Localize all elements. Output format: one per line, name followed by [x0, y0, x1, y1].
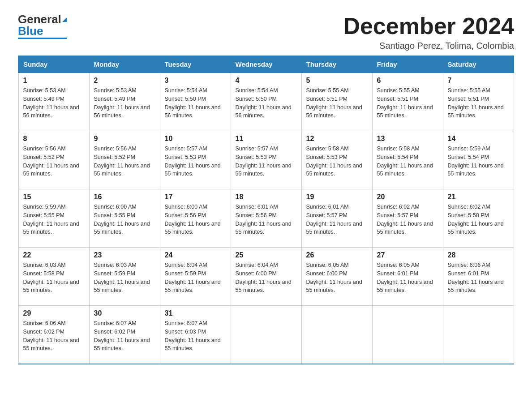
day-info: Sunrise: 5:59 AMSunset: 5:55 PMDaylight:…: [23, 203, 85, 236]
calendar-cell: 29 Sunrise: 6:06 AMSunset: 6:02 PMDaylig…: [18, 306, 89, 364]
day-number: 6: [377, 77, 438, 85]
calendar-cell: 11 Sunrise: 5:57 AMSunset: 5:53 PMDaylig…: [231, 131, 301, 189]
day-number: 2: [94, 77, 155, 85]
day-info: Sunrise: 6:02 AMSunset: 5:57 PMDaylight:…: [377, 203, 438, 236]
day-info: Sunrise: 5:54 AMSunset: 5:50 PMDaylight:…: [236, 86, 297, 120]
day-number: 28: [448, 251, 509, 259]
day-info: Sunrise: 6:06 AMSunset: 6:01 PMDaylight:…: [448, 261, 509, 295]
calendar-cell: 2 Sunrise: 5:53 AMSunset: 5:49 PMDayligh…: [89, 73, 160, 131]
day-info: Sunrise: 5:54 AMSunset: 5:50 PMDaylight:…: [165, 86, 226, 120]
calendar-cell: 9 Sunrise: 5:56 AMSunset: 5:52 PMDayligh…: [89, 131, 160, 189]
column-header-saturday: Saturday: [443, 56, 514, 73]
day-number: 14: [448, 135, 509, 143]
calendar-week-row: 1 Sunrise: 5:53 AMSunset: 5:49 PMDayligh…: [18, 73, 514, 131]
location-subtitle: Santiago Perez, Tolima, Colombia: [343, 41, 514, 51]
logo-underline: [18, 38, 67, 39]
day-info: Sunrise: 6:06 AMSunset: 6:02 PMDaylight:…: [23, 319, 85, 353]
day-info: Sunrise: 6:04 AMSunset: 6:00 PMDaylight:…: [236, 261, 297, 295]
day-info: Sunrise: 6:00 AMSunset: 5:56 PMDaylight:…: [165, 203, 226, 236]
page-header: General Blue December 2024 Santiago Pere…: [18, 13, 514, 51]
day-info: Sunrise: 6:05 AMSunset: 6:00 PMDaylight:…: [306, 261, 368, 295]
calendar-cell: 16 Sunrise: 6:00 AMSunset: 5:55 PMDaylig…: [89, 189, 160, 248]
day-number: 31: [165, 309, 226, 317]
column-header-tuesday: Tuesday: [160, 56, 231, 73]
day-info: Sunrise: 6:03 AMSunset: 5:59 PMDaylight:…: [94, 261, 155, 295]
day-number: 1: [23, 77, 85, 85]
day-number: 21: [448, 193, 509, 201]
day-number: 25: [236, 251, 297, 259]
calendar-cell: [301, 306, 372, 364]
column-header-monday: Monday: [89, 56, 160, 73]
day-number: 8: [23, 135, 85, 143]
day-number: 11: [236, 135, 297, 143]
calendar-table: SundayMondayTuesdayWednesdayThursdayFrid…: [18, 56, 514, 364]
day-number: 7: [448, 77, 509, 85]
day-info: Sunrise: 6:02 AMSunset: 5:58 PMDaylight:…: [448, 203, 509, 236]
day-number: 19: [306, 193, 368, 201]
calendar-header-row: SundayMondayTuesdayWednesdayThursdayFrid…: [18, 56, 514, 73]
title-section: December 2024 Santiago Perez, Tolima, Co…: [343, 13, 514, 51]
calendar-cell: 17 Sunrise: 6:00 AMSunset: 5:56 PMDaylig…: [160, 189, 231, 248]
calendar-cell: 12 Sunrise: 5:58 AMSunset: 5:53 PMDaylig…: [301, 131, 372, 189]
calendar-cell: 7 Sunrise: 5:55 AMSunset: 5:51 PMDayligh…: [443, 73, 514, 131]
day-info: Sunrise: 5:58 AMSunset: 5:53 PMDaylight:…: [306, 145, 368, 178]
day-info: Sunrise: 6:01 AMSunset: 5:56 PMDaylight:…: [236, 203, 297, 236]
calendar-cell: 13 Sunrise: 5:58 AMSunset: 5:54 PMDaylig…: [372, 131, 443, 189]
day-number: 17: [165, 193, 226, 201]
calendar-cell: 19 Sunrise: 6:01 AMSunset: 5:57 PMDaylig…: [301, 189, 372, 248]
day-number: 10: [165, 135, 226, 143]
day-info: Sunrise: 5:55 AMSunset: 5:51 PMDaylight:…: [306, 86, 368, 120]
calendar-cell: 30 Sunrise: 6:07 AMSunset: 6:02 PMDaylig…: [89, 306, 160, 364]
month-title: December 2024: [343, 13, 514, 39]
day-info: Sunrise: 6:04 AMSunset: 5:59 PMDaylight:…: [165, 261, 226, 295]
day-number: 15: [23, 193, 85, 201]
day-info: Sunrise: 6:00 AMSunset: 5:55 PMDaylight:…: [94, 203, 155, 236]
day-number: 30: [94, 309, 155, 317]
column-header-sunday: Sunday: [18, 56, 89, 73]
calendar-cell: 4 Sunrise: 5:54 AMSunset: 5:50 PMDayligh…: [231, 73, 301, 131]
calendar-cell: 28 Sunrise: 6:06 AMSunset: 6:01 PMDaylig…: [443, 248, 514, 306]
day-number: 20: [377, 193, 438, 201]
day-info: Sunrise: 5:56 AMSunset: 5:52 PMDaylight:…: [23, 145, 85, 178]
day-info: Sunrise: 6:03 AMSunset: 5:58 PMDaylight:…: [23, 261, 85, 295]
calendar-week-row: 22 Sunrise: 6:03 AMSunset: 5:58 PMDaylig…: [18, 248, 514, 306]
logo-blue-text: Blue: [18, 24, 43, 38]
calendar-cell: 6 Sunrise: 5:55 AMSunset: 5:51 PMDayligh…: [372, 73, 443, 131]
day-info: Sunrise: 5:59 AMSunset: 5:54 PMDaylight:…: [448, 145, 509, 178]
day-number: 29: [23, 309, 85, 317]
day-number: 16: [94, 193, 155, 201]
logo: General Blue: [18, 13, 67, 39]
day-number: 5: [306, 77, 368, 85]
calendar-cell: 23 Sunrise: 6:03 AMSunset: 5:59 PMDaylig…: [89, 248, 160, 306]
day-number: 27: [377, 251, 438, 259]
calendar-cell: 5 Sunrise: 5:55 AMSunset: 5:51 PMDayligh…: [301, 73, 372, 131]
logo-arrow-icon: [62, 17, 67, 22]
calendar-cell: 21 Sunrise: 6:02 AMSunset: 5:58 PMDaylig…: [443, 189, 514, 248]
day-info: Sunrise: 6:07 AMSunset: 6:03 PMDaylight:…: [165, 319, 226, 353]
day-info: Sunrise: 5:57 AMSunset: 5:53 PMDaylight:…: [236, 145, 297, 178]
calendar-cell: 31 Sunrise: 6:07 AMSunset: 6:03 PMDaylig…: [160, 306, 231, 364]
calendar-cell: [443, 306, 514, 364]
calendar-week-row: 8 Sunrise: 5:56 AMSunset: 5:52 PMDayligh…: [18, 131, 514, 189]
day-number: 9: [94, 135, 155, 143]
calendar-cell: [372, 306, 443, 364]
day-info: Sunrise: 5:58 AMSunset: 5:54 PMDaylight:…: [377, 145, 438, 178]
day-info: Sunrise: 6:01 AMSunset: 5:57 PMDaylight:…: [306, 203, 368, 236]
day-info: Sunrise: 5:57 AMSunset: 5:53 PMDaylight:…: [165, 145, 226, 178]
calendar-cell: 18 Sunrise: 6:01 AMSunset: 5:56 PMDaylig…: [231, 189, 301, 248]
day-info: Sunrise: 5:53 AMSunset: 5:49 PMDaylight:…: [94, 86, 155, 120]
calendar-week-row: 15 Sunrise: 5:59 AMSunset: 5:55 PMDaylig…: [18, 189, 514, 248]
day-info: Sunrise: 6:07 AMSunset: 6:02 PMDaylight:…: [94, 319, 155, 353]
day-number: 24: [165, 251, 226, 259]
day-number: 18: [236, 193, 297, 201]
day-info: Sunrise: 5:56 AMSunset: 5:52 PMDaylight:…: [94, 145, 155, 178]
calendar-cell: 25 Sunrise: 6:04 AMSunset: 6:00 PMDaylig…: [231, 248, 301, 306]
day-info: Sunrise: 5:55 AMSunset: 5:51 PMDaylight:…: [448, 86, 509, 120]
day-info: Sunrise: 6:05 AMSunset: 6:01 PMDaylight:…: [377, 261, 438, 295]
calendar-cell: 27 Sunrise: 6:05 AMSunset: 6:01 PMDaylig…: [372, 248, 443, 306]
calendar-cell: [231, 306, 301, 364]
calendar-cell: 8 Sunrise: 5:56 AMSunset: 5:52 PMDayligh…: [18, 131, 89, 189]
day-info: Sunrise: 5:53 AMSunset: 5:49 PMDaylight:…: [23, 86, 85, 120]
day-number: 23: [94, 251, 155, 259]
calendar-cell: 22 Sunrise: 6:03 AMSunset: 5:58 PMDaylig…: [18, 248, 89, 306]
